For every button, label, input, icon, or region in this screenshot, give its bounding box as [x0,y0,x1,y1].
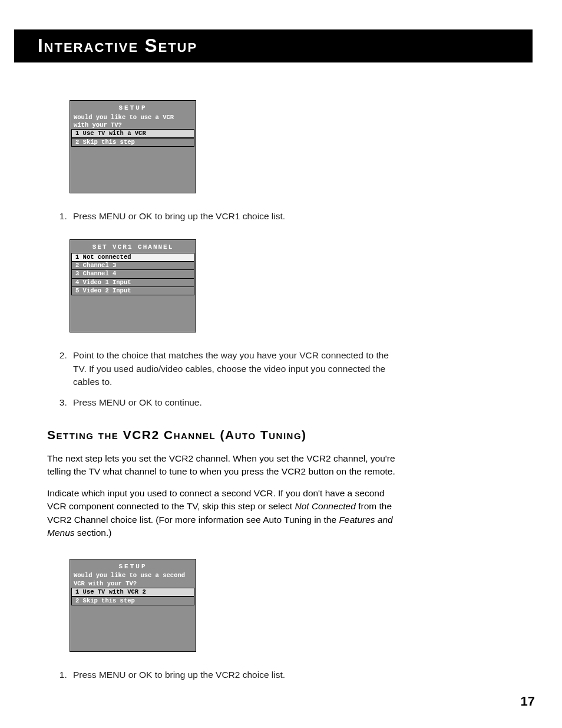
osd-option-selected: 1 Use TV with a VCR [71,129,194,138]
instruction-step: Point to the choice that matches the way… [70,349,401,388]
osd-option: 3 Channel 4 [71,270,194,278]
osd-setup-vcr2-prompt: SETUP Would you like to use a second VCR… [70,559,196,652]
osd-title: SETUP [70,559,196,572]
osd-setup-vcr1-prompt: SETUP Would you like to use a VCR with y… [70,100,196,193]
osd-title: SET VCR1 CHANNEL [70,240,196,253]
osd-prompt-line: Would you like to use a second [70,572,196,579]
instruction-step: Press MENU or OK to bring up the VCR2 ch… [70,668,401,681]
page-header-title: Interactive Setup [38,35,197,57]
instruction-step: Press MENU or OK to continue. [70,396,401,409]
osd-prompt-line: VCR with your TV? [70,580,196,588]
osd-option: 4 Video 1 Input [71,279,194,287]
osd-option: 2 Skip this step [71,138,194,147]
osd-option: 2 Skip this step [71,597,194,605]
osd-option: 5 Video 2 Input [71,287,194,295]
body-paragraph: The next step lets you set the VCR2 chan… [47,452,401,479]
page-number: 17 [521,694,535,709]
osd-title: SETUP [70,101,196,114]
osd-option-selected: 1 Use TV with VCR 2 [71,588,194,597]
page-content: SETUP Would you like to use a VCR with y… [47,100,401,698]
osd-prompt-line: Would you like to use a VCR [70,114,196,121]
section-heading-vcr2: Setting the VCR2 Channel (Auto Tuning) [47,426,401,445]
instruction-list: Point to the choice that matches the way… [70,349,401,409]
body-emphasis: Not Connected [295,501,355,511]
osd-set-vcr1-channel: SET VCR1 CHANNEL 1 Not connected 2 Chann… [70,239,196,332]
osd-prompt-line: with your TV? [70,121,196,129]
instruction-list: Press MENU or OK to bring up the VCR1 ch… [70,210,401,223]
osd-option-selected: 1 Not connected [71,253,194,262]
body-paragraph: Indicate which input you used to connect… [47,487,401,540]
page-header-bar: Interactive Setup [14,29,533,62]
instruction-list: Press MENU or OK to bring up the VCR2 ch… [70,668,401,681]
body-text: section.) [75,528,112,538]
osd-option: 2 Channel 3 [71,262,194,270]
instruction-step: Press MENU or OK to bring up the VCR1 ch… [70,210,401,223]
